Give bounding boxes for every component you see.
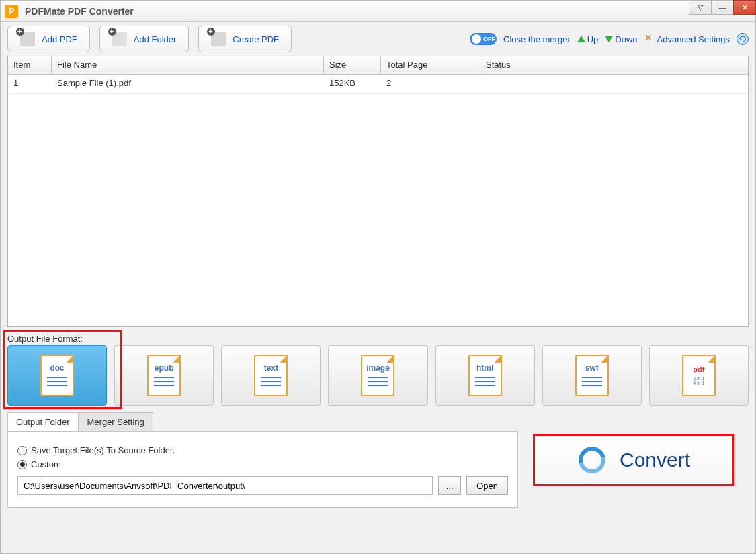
format-html[interactable]: html <box>435 345 535 406</box>
arrow-down-icon <box>605 36 613 42</box>
tab-output-folder[interactable]: Output Folder <box>7 412 79 431</box>
th-item[interactable]: Item <box>8 56 52 74</box>
cell-status <box>480 75 748 93</box>
output-path-input[interactable] <box>17 476 433 495</box>
close-merger-link[interactable]: Close the merger <box>503 34 571 44</box>
radio-off-icon <box>17 446 27 455</box>
th-totalpage[interactable]: Total Page <box>381 56 480 74</box>
titlebar: P PDFMate PDF Converter ▽ — ✕ <box>1 1 755 22</box>
add-pdf-button[interactable]: Add PDF <box>7 26 90 52</box>
format-doc[interactable]: doc <box>7 345 107 406</box>
add-pdf-label: Add PDF <box>42 34 77 44</box>
open-button[interactable]: Open <box>466 476 508 495</box>
app-logo-icon: P <box>5 5 18 18</box>
output-format-label: Output File Format: <box>7 334 749 344</box>
arrow-up-icon <box>577 36 585 42</box>
down-link[interactable]: Down <box>605 34 637 44</box>
bottom-panel: Output Folder Merger Setting Save Target… <box>7 412 749 508</box>
radio-custom[interactable]: Custom: <box>17 459 508 469</box>
custom-label: Custom: <box>31 459 63 469</box>
table-header: Item File Name Size Total Page Status <box>8 56 748 75</box>
minimize-button[interactable]: — <box>711 0 734 15</box>
app-title: PDFMate PDF Converter <box>25 6 134 17</box>
cell-item: 1 <box>8 75 52 93</box>
down-label: Down <box>615 34 637 44</box>
advanced-settings-link[interactable]: Advanced Settings <box>644 34 730 44</box>
radio-on-icon <box>17 460 27 469</box>
cell-totalpage: 2 <box>381 75 480 93</box>
cell-size: 152KB <box>324 75 381 93</box>
tab-merger-setting[interactable]: Merger Setting <box>79 412 153 431</box>
radio-save-source[interactable]: Save Target File(s) To Source Folder. <box>17 445 508 455</box>
advanced-label: Advanced Settings <box>657 34 730 44</box>
merger-toggle[interactable]: OFF <box>470 33 497 45</box>
create-pdf-button[interactable]: Create PDF <box>198 26 292 52</box>
th-filename[interactable]: File Name <box>52 56 324 74</box>
output-format-section: Output File Format: doc epub text image … <box>7 334 749 406</box>
toolbar: Add PDF Add Folder Create PDF OFF Close … <box>1 22 755 56</box>
output-folder-pane: Save Target File(s) To Source Folder. Cu… <box>7 431 518 508</box>
add-folder-button[interactable]: Add Folder <box>99 26 190 52</box>
format-image[interactable]: image <box>328 345 427 406</box>
format-swf[interactable]: swf <box>542 345 642 406</box>
up-link[interactable]: Up <box>577 34 599 44</box>
convert-arrows-icon <box>577 445 607 475</box>
file-table: Item File Name Size Total Page Status 1 … <box>7 56 749 327</box>
pdf-create-icon <box>211 32 226 46</box>
format-epub[interactable]: epub <box>114 345 214 406</box>
toggle-off-label: OFF <box>483 36 495 42</box>
convert-button[interactable]: Convert <box>533 434 734 486</box>
convert-label: Convert <box>620 449 690 471</box>
add-folder-label: Add Folder <box>134 34 177 44</box>
format-pdf[interactable]: pdf2 in 14 in 1 <box>649 345 749 406</box>
close-button[interactable]: ✕ <box>733 0 756 15</box>
th-size[interactable]: Size <box>324 56 381 74</box>
create-pdf-label: Create PDF <box>233 34 279 44</box>
browse-button[interactable]: ... <box>438 476 461 495</box>
format-text[interactable]: text <box>221 345 321 406</box>
folder-icon <box>112 32 127 46</box>
table-row[interactable]: 1 Sample File (1).pdf 152KB 2 <box>8 75 748 94</box>
up-label: Up <box>587 34 599 44</box>
pdf-icon <box>20 32 35 46</box>
tools-icon <box>644 34 655 44</box>
th-status[interactable]: Status <box>480 56 734 74</box>
toggle-knob-icon <box>472 34 481 44</box>
dropdown-button[interactable]: ▽ <box>689 0 712 15</box>
help-icon[interactable] <box>737 33 749 45</box>
cell-filename: Sample File (1).pdf <box>52 75 324 93</box>
save-source-label: Save Target File(s) To Source Folder. <box>31 445 175 455</box>
